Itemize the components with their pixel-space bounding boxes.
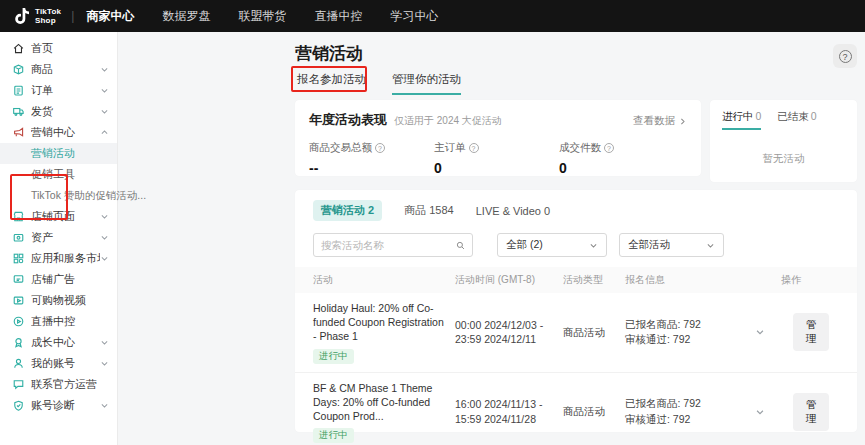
filter-row: 全部 (2) 全部活动 — [295, 233, 857, 257]
product-icon — [12, 63, 25, 76]
manage-button[interactable]: 管理 — [793, 313, 829, 351]
topnav-seller-center[interactable]: 商家中心 — [86, 8, 134, 25]
page-title: 营销活动 — [295, 42, 363, 65]
performance-title: 年度活动表现 — [309, 111, 387, 129]
view-data-link[interactable]: 查看数据 — [633, 114, 687, 128]
expand-row-chevron-icon[interactable] — [755, 327, 765, 337]
topbar-nav: 商家中心 数据罗盘 联盟带货 直播中控 学习中心 — [86, 8, 438, 25]
live-icon — [12, 315, 25, 328]
account-icon — [12, 357, 25, 370]
question-mark-icon: ? — [839, 50, 852, 63]
sidebar-item-orders[interactable]: 订单 — [0, 80, 117, 101]
tab-ended[interactable]: 已结束0 — [777, 110, 816, 130]
filter-dropdown-campaigns[interactable]: 全部活动 — [619, 233, 724, 257]
stat-units-sold: 成交件数? 0 — [559, 141, 684, 176]
storefront-icon — [12, 210, 25, 223]
tab-products[interactable]: 商品 1584 — [404, 203, 454, 218]
sidebar-item-shop-pages[interactable]: 店铺页面 — [0, 206, 117, 227]
sidebar-item-account-diagnosis[interactable]: 账号诊断 — [0, 395, 117, 416]
stat-main-orders: 主订单? 0 — [434, 141, 559, 176]
search-input[interactable] — [321, 239, 456, 251]
empty-state-text: 暂无活动 — [722, 152, 845, 166]
logo-line1: TikTok — [35, 7, 61, 16]
wallet-icon — [12, 231, 25, 244]
topnav-live-console[interactable]: 直播中控 — [314, 8, 362, 25]
stat-main-orders-value: 0 — [434, 160, 559, 176]
contact-icon — [12, 378, 25, 391]
sidebar-item-live-console[interactable]: 直播中控 — [0, 311, 117, 332]
campaigns-card: 营销活动 2 商品 1584 LIVE & Video 0 全部 (2) — [295, 190, 857, 432]
col-header-activity: 活动 — [313, 273, 455, 287]
sidebar-item-my-account[interactable]: 我的账号 — [0, 353, 117, 374]
sidebar-item-products[interactable]: 商品 — [0, 59, 117, 80]
topnav-data-compass[interactable]: 数据罗盘 — [162, 8, 210, 25]
sidebar-item-contact-official[interactable]: 联系官方运营 — [0, 374, 117, 395]
megaphone-icon — [12, 126, 25, 139]
campaign-name[interactable]: BF & CM Phase 1 Theme Days: 20% off Co-f… — [313, 381, 445, 424]
sidebar-item-home[interactable]: 首页 — [0, 38, 117, 59]
info-icon[interactable]: ? — [469, 143, 479, 153]
table-row: Holiday Haul: 20% off Co-funded Coupon R… — [295, 293, 857, 373]
apps-icon — [12, 252, 25, 265]
sidebar-item-shop-ads[interactable]: 店铺广告 — [0, 269, 117, 290]
tab-ongoing[interactable]: 进行中0 — [722, 110, 761, 130]
sidebar: 首页 商品 订单 发货 营销中心 营销活动 促销工具 — [0, 32, 118, 445]
status-badge: 进行中 — [313, 428, 354, 443]
campaign-type: 商品活动 — [563, 325, 625, 340]
expand-row-chevron-icon[interactable] — [755, 407, 765, 417]
diagnosis-icon — [12, 399, 25, 412]
sidebar-subitem-promo-tools[interactable]: 促销工具 — [0, 164, 117, 185]
campaign-name[interactable]: Holiday Haul: 20% off Co-funded Coupon R… — [313, 301, 445, 344]
chevron-down-icon — [100, 338, 109, 347]
chevron-down-icon — [100, 86, 109, 95]
tiktok-shop-logo[interactable]: TikTok Shop — [14, 7, 61, 25]
chevron-down-icon — [100, 107, 109, 116]
topbar: TikTok Shop | 商家中心 数据罗盘 联盟带货 直播中控 学习中心 — [0, 0, 865, 32]
manage-button[interactable]: 管理 — [793, 393, 829, 431]
tab-manage-campaigns[interactable]: 管理你的活动 — [392, 72, 461, 95]
activity-status-panel: 进行中0 已结束0 暂无活动 — [710, 100, 857, 182]
stat-gmv: 商品交易总额? -- — [309, 141, 434, 176]
chevron-down-icon — [589, 241, 598, 250]
help-button[interactable]: ? — [833, 44, 857, 68]
chevron-up-icon — [100, 128, 109, 137]
sidebar-item-marketing-center[interactable]: 营销中心 — [0, 122, 117, 143]
ads-icon — [12, 273, 25, 286]
chevron-down-icon — [706, 241, 715, 250]
logo-line2: Shop — [35, 16, 61, 25]
tab-live-video[interactable]: LIVE & Video 0 — [476, 205, 550, 217]
sidebar-item-growth-center[interactable]: 成长中心 — [0, 332, 117, 353]
performance-subtitle: 仅适用于 2024 大促活动 — [394, 114, 502, 128]
campaign-type: 商品活动 — [563, 404, 625, 419]
sidebar-subitem-marketing-campaigns[interactable]: 营销活动 — [0, 143, 117, 164]
sidebar-item-shoppable-video[interactable]: 可购物视频 — [0, 290, 117, 311]
main-content: ? 营销活动 报名参加活动 管理你的活动 年度活动表现 仅适用于 2024 大促… — [118, 32, 865, 445]
status-badge: 进行中 — [313, 349, 354, 364]
sidebar-item-assets[interactable]: 资产 — [0, 227, 117, 248]
tab-register-campaigns[interactable]: 报名参加活动 — [297, 72, 366, 95]
filter-dropdown-type[interactable]: 全部 (2) — [497, 233, 607, 257]
chevron-down-icon — [100, 233, 109, 242]
enrollment-info: 已报名商品: 792 审核通过: 792 — [625, 396, 755, 428]
sidebar-item-shipping[interactable]: 发货 — [0, 101, 117, 122]
search-icon[interactable] — [456, 240, 465, 251]
chevron-down-icon — [100, 359, 109, 368]
shipping-icon — [12, 105, 25, 118]
campaign-time: 16:00 2024/11/13 - 15:59 2024/11/28 — [455, 397, 563, 426]
topnav-learning-center[interactable]: 学习中心 — [390, 8, 438, 25]
info-icon[interactable]: ? — [604, 143, 614, 153]
stat-gmv-value: -- — [309, 160, 434, 176]
search-box — [313, 233, 473, 257]
table-header-row: 活动 活动时间 (GMT-8) 活动类型 报名信息 操作 — [295, 267, 857, 293]
annual-performance-card: 年度活动表现 仅适用于 2024 大促活动 查看数据 商品交易总额? -- 主订… — [295, 100, 701, 176]
sidebar-item-app-service-market[interactable]: 应用和服务市场 — [0, 248, 117, 269]
tab-marketing-campaigns[interactable]: 营销活动 2 — [313, 200, 382, 221]
chevron-right-icon — [678, 117, 687, 126]
campaign-tabs: 营销活动 2 商品 1584 LIVE & Video 0 — [295, 200, 857, 221]
sidebar-subitem-tiktok-sponsored-promos[interactable]: TikTok 赞助的促销活动... — [0, 185, 117, 206]
shoppable-video-icon — [12, 294, 25, 307]
topnav-affiliate[interactable]: 联盟带货 — [238, 8, 286, 25]
table-row: BF & CM Phase 1 Theme Days: 20% off Co-f… — [295, 373, 857, 445]
enrollment-info: 已报名商品: 792 审核通过: 792 — [625, 317, 755, 349]
info-icon[interactable]: ? — [375, 143, 385, 153]
